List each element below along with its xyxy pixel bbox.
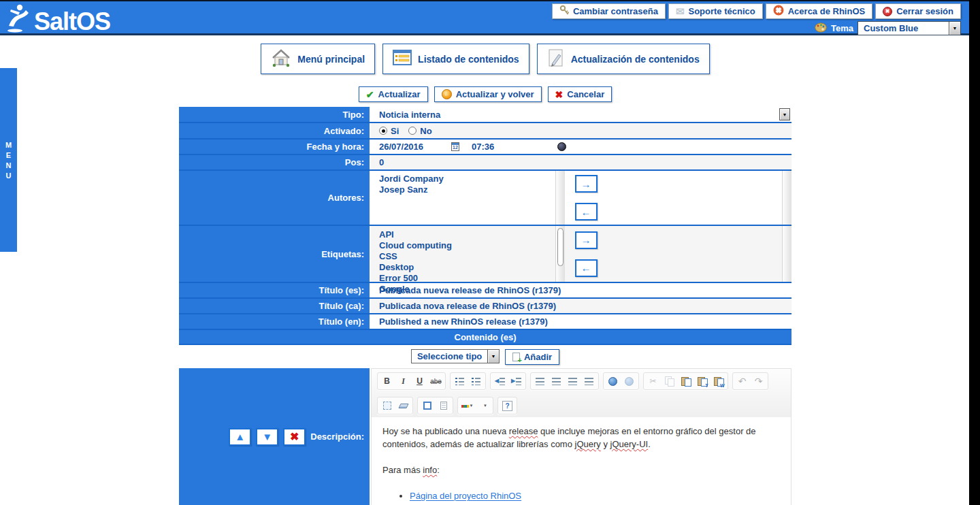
pos-row: Pos: 0 (179, 155, 791, 171)
list-item[interactable]: Desktop (379, 262, 554, 273)
update-button[interactable]: ✔ Actualizar (359, 86, 428, 102)
calendar-icon[interactable]: 12 (451, 142, 459, 151)
fecha-time-input[interactable]: 07:36 (472, 142, 532, 152)
numbered-list-icon[interactable] (452, 374, 468, 389)
etiquetas-move-left-button[interactable]: ← (575, 259, 598, 277)
radio-si[interactable] (379, 127, 387, 135)
remove-format-icon[interactable] (395, 398, 411, 413)
source-icon[interactable] (436, 398, 451, 413)
up-triangle-icon: ▲ (235, 431, 245, 442)
clock-icon[interactable] (557, 142, 566, 151)
redo-icon[interactable]: ↷ (751, 374, 766, 389)
fecha-date-input[interactable]: 26/07/2016 (379, 142, 451, 152)
list-item[interactable]: API (379, 229, 554, 240)
etiquetas-move-right-button[interactable]: → (575, 231, 598, 249)
theme-select-arrow-icon[interactable]: ▼ (949, 22, 960, 35)
help-icon[interactable]: ? (500, 398, 515, 413)
underline-icon[interactable]: U (412, 374, 427, 389)
radio-no[interactable] (408, 127, 416, 135)
pos-input[interactable]: 0 (371, 155, 791, 169)
etiquetas-available-scrollbar[interactable] (555, 226, 565, 282)
theme-select[interactable]: Custom Blue ▼ (858, 21, 961, 35)
autores-row: Autores: Jordi Company Josep Sanz → ← (179, 171, 791, 226)
lifebuoy-icon (773, 5, 784, 18)
descripcion-row: ▲ ▼ ✖ Descripción: B I U abe (179, 368, 791, 505)
list-item: Página para descargar la última release … (410, 502, 780, 505)
menu-tab[interactable]: M E N U (0, 68, 17, 252)
cancel-button[interactable]: ✖ Cancelar (548, 86, 612, 102)
align-justify-icon[interactable] (581, 374, 597, 389)
insert-link-icon[interactable] (605, 374, 621, 389)
arrow-right-icon: → (581, 178, 591, 190)
titulo-ca-row: Título (ca): Publicada nova release de R… (179, 299, 791, 314)
list-item[interactable]: Cloud computing (379, 240, 554, 251)
list-item[interactable]: Josep Sanz (379, 184, 554, 195)
list-item[interactable]: Error 500 (379, 273, 554, 284)
remove-link-icon[interactable] (621, 374, 637, 389)
scrollbar-thumb[interactable] (557, 228, 564, 266)
etiquetas-available-listbox[interactable]: API Cloud computing CSS Desktop Error 50… (371, 226, 565, 282)
nav-main-menu-button[interactable]: Menú principal (261, 44, 375, 74)
autores-selected-listbox[interactable] (607, 171, 791, 225)
undo-icon[interactable]: ↶ (734, 374, 750, 389)
change-password-button[interactable]: Cambiar contraseña (552, 3, 666, 19)
cancel-x-icon: ✖ (555, 90, 564, 99)
nav-content-list-button[interactable]: Listado de contenidos (382, 44, 529, 74)
etiquetas-selected-scrollbar[interactable] (782, 226, 791, 282)
content-type-select[interactable]: Seleccione tipo ▼ (411, 349, 500, 363)
editor-content[interactable]: Hoy se ha publicado una nueva release qu… (372, 417, 791, 505)
change-password-label: Cambiar contraseña (573, 6, 658, 16)
text-color-icon[interactable]: ▼ (459, 398, 475, 413)
about-button[interactable]: Acerca de RhinOS (766, 3, 872, 19)
logout-icon: ✖ (883, 7, 892, 16)
rhinos-project-link[interactable]: Página del proyecto RhinOS (410, 491, 521, 501)
delete-block-button[interactable]: ✖ (283, 428, 306, 446)
move-up-button[interactable]: ▲ (229, 428, 251, 446)
tipo-select[interactable]: Noticia interna ▼ (371, 107, 791, 122)
list-item[interactable]: Jordi Company (379, 174, 554, 184)
titulo-ca-input[interactable]: Publicada nova release de RhinOS (r1379) (371, 299, 791, 313)
envelope-icon: ✉ (676, 6, 685, 16)
update-and-return-button[interactable]: ← Actualizar y volver (434, 86, 542, 102)
paste-icon[interactable] (678, 374, 693, 389)
align-right-icon[interactable] (565, 374, 581, 389)
increase-indent-icon[interactable]: ▶ (508, 374, 524, 389)
autores-move-buttons: → ← (565, 171, 607, 225)
autores-move-right-button[interactable]: → (575, 175, 598, 193)
add-button[interactable]: Añadir (505, 349, 559, 365)
cut-icon[interactable]: ✂ (645, 374, 661, 389)
arrow-left-icon: ← (581, 262, 591, 274)
autores-selected-scrollbar[interactable] (782, 171, 791, 225)
bold-icon[interactable]: B (379, 374, 395, 389)
strikethrough-icon[interactable]: abe (428, 374, 444, 389)
right-edge-strip (969, 0, 980, 505)
content-type-select-arrow-icon[interactable]: ▼ (487, 350, 499, 363)
autores-move-left-button[interactable]: ← (575, 203, 598, 221)
decrease-indent-icon[interactable]: ◀ (492, 374, 508, 389)
saltos-person-icon (5, 3, 33, 37)
autores-available-scrollbar[interactable] (555, 171, 565, 225)
titulo-es-input[interactable]: Publicada nueva release de RhinOS (r1379… (371, 283, 791, 297)
logout-button[interactable]: ✖ Cerrar sesión (875, 3, 961, 19)
list-item[interactable]: CSS (379, 251, 554, 262)
bulleted-list-icon[interactable] (468, 374, 484, 389)
titulo-en-input[interactable]: Published a new RhinOS release (r1379) (371, 314, 791, 329)
maximize-icon[interactable] (419, 398, 435, 413)
background-color-icon[interactable]: ▼ (476, 398, 491, 413)
editor-paragraph: Para más info: (382, 463, 780, 476)
etiquetas-selected-listbox[interactable] (607, 226, 791, 282)
tipo-select-arrow-icon[interactable]: ▼ (779, 108, 790, 120)
paste-from-word-icon[interactable]: W (710, 374, 726, 389)
support-button[interactable]: ✉ Soporte técnico (668, 3, 763, 19)
select-all-icon[interactable] (379, 398, 395, 413)
align-center-icon[interactable] (549, 374, 564, 389)
app-header: SaltOS Cambiar contraseña ✉ Soporte técn… (0, 0, 969, 35)
content-type-select-value: Seleccione tipo (412, 350, 487, 363)
paste-plain-text-icon[interactable]: T (694, 374, 710, 389)
autores-available-listbox[interactable]: Jordi Company Josep Sanz (371, 171, 565, 225)
nav-content-update-button[interactable]: Actualización de contenidos (537, 44, 710, 74)
align-left-icon[interactable] (532, 374, 548, 389)
copy-icon[interactable] (662, 374, 677, 389)
italic-icon[interactable]: I (395, 374, 411, 389)
move-down-button[interactable]: ▼ (256, 428, 278, 446)
